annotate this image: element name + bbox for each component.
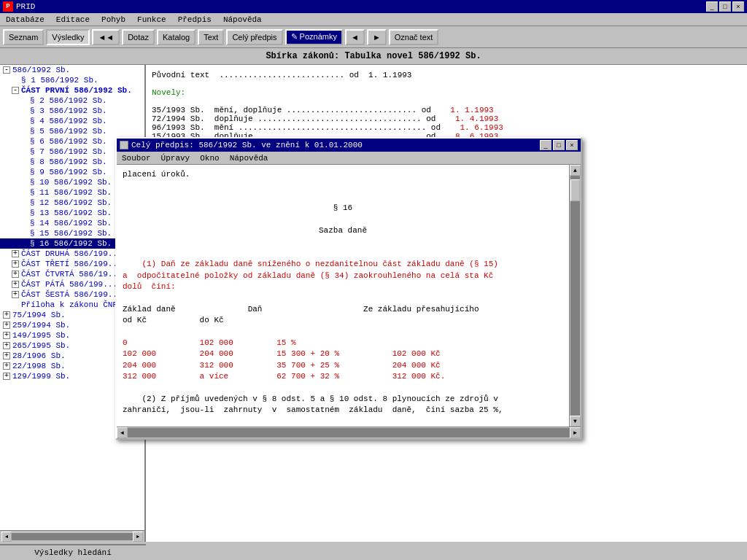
menu-editace[interactable]: Editace bbox=[53, 15, 93, 24]
tree-label: § 1 586/1992 Sb. bbox=[21, 76, 98, 85]
tree-label: ČÁST ŠESTÁ 586/199... bbox=[21, 290, 123, 299]
tree-icon: + bbox=[3, 362, 10, 370]
title-bar-left: P PRID bbox=[3, 1, 35, 12]
tree-item-par5[interactable]: § 5 586/1992 Sb. bbox=[0, 126, 144, 136]
menu-pohyb[interactable]: Pohyb bbox=[98, 15, 128, 24]
main-window: P PRID _ □ × Databáze Editace Pohyb Funk… bbox=[0, 0, 747, 560]
modal-menu-soubor[interactable]: Soubor bbox=[120, 154, 153, 163]
tree-item-root1[interactable]: -586/1992 Sb. bbox=[0, 65, 144, 75]
tree-label: ČÁST DRUHÁ 586/199... bbox=[21, 249, 123, 258]
tree-item-par4[interactable]: § 4 586/1992 Sb. bbox=[0, 116, 144, 126]
tree-icon: + bbox=[3, 322, 10, 329]
modal-menu-okno[interactable]: Okno bbox=[198, 154, 221, 163]
hscroll-right-btn[interactable]: ► bbox=[133, 532, 143, 542]
tree-label: § 7 586/1992 Sb. bbox=[30, 147, 107, 156]
app-icon: P bbox=[3, 1, 13, 12]
tree-label: § 14 586/1992 Sb. bbox=[30, 219, 112, 228]
modal-close[interactable]: × bbox=[566, 140, 578, 150]
tree-label: ČÁST ČTVRTÁ 586/19... bbox=[21, 270, 123, 279]
poznamky-button[interactable]: ✎ Poznámky bbox=[285, 29, 343, 45]
menu-funkce[interactable]: Funkce bbox=[134, 15, 169, 24]
hscroll-track bbox=[128, 428, 570, 438]
vscroll-track bbox=[570, 176, 580, 416]
tree-label: 129/1999 Sb. bbox=[12, 372, 70, 381]
status-bar: Výsledky hledání bbox=[0, 544, 146, 560]
vscroll-down-btn[interactable]: ▼ bbox=[570, 416, 581, 427]
cely-predpis-button[interactable]: Celý předpis bbox=[226, 29, 282, 45]
menu-napoveda[interactable]: Nápověda bbox=[220, 15, 265, 24]
text-button[interactable]: Text bbox=[198, 29, 224, 45]
hscroll-left-btn[interactable]: ◄ bbox=[1, 532, 12, 542]
tree-label: 586/1992 Sb. bbox=[12, 66, 70, 74]
tree-label: ČÁST PRVNÍ 586/1992 Sb. bbox=[21, 86, 132, 95]
modal-controls: _ □ × bbox=[540, 140, 578, 150]
modal-title-bar: Celý předpis: 586/1992 Sb. ve znění k 01… bbox=[117, 139, 581, 152]
tree-label: § 9 586/1992 Sb. bbox=[30, 168, 107, 176]
status-text: Výsledky hledání bbox=[3, 548, 143, 557]
minimize-button[interactable]: _ bbox=[706, 1, 718, 12]
modal-icon bbox=[120, 141, 128, 149]
vscroll-up-btn[interactable]: ▲ bbox=[570, 165, 581, 176]
tree-icon: - bbox=[3, 66, 10, 74]
title-bar-controls: _ □ × bbox=[706, 1, 744, 12]
tree-label: § 15 586/1992 Sb. bbox=[30, 229, 112, 238]
tree-label: 22/1998 Sb. bbox=[12, 362, 66, 370]
modal-maximize[interactable]: □ bbox=[553, 140, 565, 150]
tree-label: § 5 586/1992 Sb. bbox=[30, 127, 107, 136]
hscroll-right-btn[interactable]: ► bbox=[570, 427, 581, 438]
tree-icon: + bbox=[3, 332, 10, 339]
tree-label: ČÁST TŘETÍ 586/199... bbox=[21, 260, 123, 268]
tree-label: 75/1994 Sb. bbox=[12, 311, 66, 319]
tree-label: 259/1994 Sb. bbox=[12, 321, 70, 330]
menu-databaze[interactable]: Databáze bbox=[3, 15, 47, 24]
modal-menu-upravy[interactable]: Úpravy bbox=[159, 154, 193, 163]
modal-content[interactable]: placení úroků. § 16 Sazba daně (1) Daň z… bbox=[117, 165, 569, 427]
modal-minimize[interactable]: _ bbox=[540, 140, 551, 150]
tree-label: § 12 586/1992 Sb. bbox=[30, 198, 112, 207]
vysledky-button[interactable]: Výsledky bbox=[46, 29, 90, 45]
page-title: Sbírka zákonů: Tabulka novel 586/1992 Sb… bbox=[0, 48, 747, 65]
tree-item-par3[interactable]: § 3 586/1992 Sb. bbox=[0, 106, 144, 116]
tree-icon: + bbox=[3, 352, 10, 359]
tree-label: 28/1996 Sb. bbox=[12, 351, 66, 360]
app-title: PRID bbox=[16, 2, 35, 11]
modal-vscrollbar: ▲ ▼ bbox=[569, 165, 581, 427]
left-hscrollbar: ◄ ► bbox=[0, 530, 144, 542]
tree-item-par1[interactable]: § 1 586/1992 Sb. bbox=[0, 75, 144, 85]
close-button[interactable]: × bbox=[732, 1, 744, 12]
tree-item-par2[interactable]: § 2 586/1992 Sb. bbox=[0, 96, 144, 106]
toolbar: Seznam Výsledky ◄◄ Dotaz Katalog Text Ce… bbox=[0, 26, 747, 48]
tree-label: § 4 586/1992 Sb. bbox=[30, 117, 107, 125]
seznam-button[interactable]: Seznam bbox=[3, 29, 44, 45]
hscroll-left-btn[interactable]: ◄ bbox=[117, 427, 128, 438]
tree-label: 149/1995 Sb. bbox=[12, 331, 70, 340]
prev-button[interactable]: ◄◄ bbox=[92, 29, 120, 45]
katalog-button[interactable]: Katalog bbox=[157, 29, 196, 45]
menu-bar: Databáze Editace Pohyb Funkce Předpis Ná… bbox=[0, 13, 747, 26]
nav-prev-button[interactable]: ◄ bbox=[345, 29, 365, 45]
modal-hscrollbar: ◄ ► bbox=[117, 427, 581, 438]
tree-icon: + bbox=[3, 311, 10, 319]
tree-icon: + bbox=[12, 291, 19, 298]
modal-menu-napoveda[interactable]: Nápověda bbox=[228, 154, 271, 163]
nav-next-button[interactable]: ► bbox=[367, 29, 387, 45]
menu-predpis[interactable]: Předpis bbox=[175, 15, 214, 24]
tree-label: 265/1995 Sb. bbox=[12, 341, 70, 350]
tree-item-cast1[interactable]: -ČÁST PRVNÍ 586/1992 Sb. bbox=[0, 85, 144, 96]
modal-body: placení úroků. § 16 Sazba daně (1) Daň z… bbox=[117, 165, 581, 427]
tree-icon: + bbox=[12, 281, 19, 288]
tree-icon: + bbox=[3, 342, 10, 349]
tree-label: ČÁST PÁTÁ 586/199... bbox=[21, 280, 117, 289]
tree-label: § 16 586/1992 Sb. bbox=[30, 239, 112, 248]
tree-icon: - bbox=[12, 87, 19, 94]
tree-label: § 8 586/1992 Sb. bbox=[30, 158, 107, 166]
oznac-text-button[interactable]: Označ text bbox=[389, 29, 439, 45]
dotaz-button[interactable]: Dotaz bbox=[122, 29, 155, 45]
tree-icon: + bbox=[3, 373, 10, 380]
modal-dialog: Celý předpis: 586/1992 Sb. ve znění k 01… bbox=[115, 137, 582, 440]
tree-label: § 13 586/1992 Sb. bbox=[30, 209, 112, 217]
maximize-button[interactable]: □ bbox=[719, 1, 731, 12]
tree-label: Příloha k zákonu ČNR bbox=[21, 300, 117, 309]
vscroll-thumb[interactable] bbox=[570, 179, 580, 201]
tree-label: § 11 586/1992 Sb. bbox=[30, 188, 112, 197]
